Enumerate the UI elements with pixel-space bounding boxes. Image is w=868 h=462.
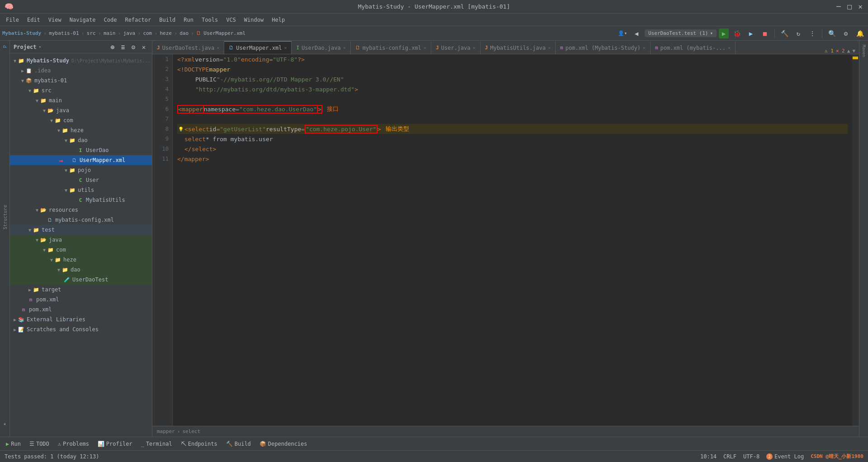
profiler-tool-button[interactable]: 📊 Profiler [94, 439, 136, 448]
menu-vcs[interactable]: VCS [222, 15, 240, 24]
tab-mybatisutils[interactable]: J MybatisUtils.java ✕ [481, 41, 556, 54]
tree-item-java-test[interactable]: ▼ 📂 java [10, 235, 152, 245]
tree-item-userdaotest[interactable]: 🧪 UserDaoTest [10, 275, 152, 285]
menu-help[interactable]: Help [268, 15, 288, 24]
favorites-tab-icon[interactable]: ★ [1, 419, 9, 428]
tree-item-com[interactable]: ▼ 📁 com [10, 115, 152, 125]
terminal-tool-button[interactable]: _ Terminal [137, 439, 176, 448]
tree-item-module[interactable]: ▼ 📦 mybatis-01 [10, 76, 152, 86]
dependencies-tool-button[interactable]: 📦 Dependencies [256, 439, 311, 448]
tree-item-mybatisutils[interactable]: C MybatisUtils [10, 195, 152, 205]
tab-pom2[interactable]: m pom.xml (mybatis-... ✕ [651, 41, 736, 54]
tab-userdao[interactable]: I UserDao.java ✕ [292, 41, 350, 54]
filter-button[interactable]: ⚙ [129, 43, 138, 52]
tab-close-pom2[interactable]: ✕ [728, 45, 731, 50]
structure-tab-icon[interactable]: Structure [1, 213, 9, 221]
menu-code[interactable]: Code [100, 15, 121, 24]
build-button[interactable]: 🔨 [778, 28, 790, 39]
menu-navigate[interactable]: Navigate [66, 15, 99, 24]
endpoints-tool-button[interactable]: ⛏ Endpoints [177, 439, 221, 448]
tree-item-extlibs[interactable]: ▶ 📚 External Libraries [10, 314, 152, 324]
sync-button[interactable]: ↻ [793, 28, 804, 39]
coverage-button[interactable]: ▶ [745, 28, 757, 39]
tree-item-test[interactable]: ▼ 📁 test [10, 225, 152, 235]
stop-button[interactable]: ■ [759, 28, 771, 39]
tree-item-scratches[interactable]: ▶ 📝 Scratches and Consoles [10, 324, 152, 334]
menu-edit[interactable]: Edit [24, 15, 44, 24]
search-button[interactable]: 🔍 [826, 28, 838, 39]
tree-item-resources[interactable]: ▼ 📂 resources [10, 205, 152, 215]
tree-item-mybatisconfig[interactable]: 🗋 mybatis-config.xml [10, 215, 152, 225]
minimize-button[interactable]: ─ [835, 4, 842, 10]
tree-item-utils[interactable]: ▼ 📁 utils [10, 185, 152, 195]
tree-item-heze[interactable]: ▼ 📁 heze [10, 125, 152, 135]
locate-button[interactable]: ⊕ [108, 43, 117, 52]
code-editor[interactable]: 1 2 3 4 5 6 7 8 9 10 11 <?xml version = … [152, 54, 859, 426]
notifications-button[interactable]: 🔔 [854, 28, 866, 39]
menu-view[interactable]: View [45, 15, 65, 24]
menu-file[interactable]: File [2, 15, 23, 24]
event-log[interactable]: 2 Event Log [766, 453, 804, 460]
tab-close-mybatisconfig[interactable]: ✕ [424, 45, 426, 50]
tab-close-userdao[interactable]: ✕ [343, 45, 346, 50]
problems-tool-button[interactable]: ⚠ Problems [54, 439, 93, 448]
java-icon: J [157, 45, 160, 51]
tree-item-user[interactable]: C User [10, 175, 152, 185]
profile-button[interactable]: 👤▾ [617, 28, 628, 39]
tree-item-idea[interactable]: ▶ 📋 .idea [10, 66, 152, 76]
tree-item-src[interactable]: ▼ 📁 src [10, 86, 152, 95]
menu-refactor[interactable]: Refactor [121, 15, 155, 24]
menu-window[interactable]: Window [241, 15, 267, 24]
tab-close-usermapper[interactable]: ✕ [284, 45, 287, 50]
close-sidebar-button[interactable]: ✕ [139, 43, 148, 52]
tab-close-userdaotest[interactable]: ✕ [217, 45, 219, 50]
tree-item-dao[interactable]: ▼ 📁 dao [10, 135, 152, 145]
run-config-selector[interactable]: UserDaoTest.test (1) ▾ [645, 29, 717, 37]
tab-pom1[interactable]: m pom.xml (Mybatis-Study) ✕ [556, 41, 651, 54]
todo-tool-button[interactable]: ☰ TODO [26, 439, 53, 448]
tree-item-usermapper[interactable]: → 🗋 UserMapper.xml [10, 155, 152, 165]
build-tool-button[interactable]: 🔨 Build [222, 439, 255, 448]
module-icon: 📦 [25, 77, 33, 84]
tab-close-pom1[interactable]: ✕ [643, 45, 646, 50]
tree-item-target[interactable]: ▶ 📁 target [10, 285, 152, 295]
settings-button[interactable]: ⚙ [840, 28, 852, 39]
tree-item-pom1[interactable]: m pom.xml [10, 295, 152, 305]
menu-tools[interactable]: Tools [198, 15, 222, 24]
tab-user[interactable]: J User.java ✕ [431, 41, 481, 54]
sidebar-dropdown[interactable]: ▾ [39, 44, 42, 49]
maven-tab[interactable]: Maven [861, 43, 867, 59]
tab-usermapper[interactable]: 🗋 UserMapper.xml ✕ [224, 41, 292, 54]
back-button[interactable]: ◀ [631, 28, 642, 39]
tree-item-java[interactable]: ▼ 📂 java [10, 105, 152, 115]
tree-label-utils: utils [78, 187, 94, 193]
tree-label-java: java [56, 107, 69, 114]
run-tool-button[interactable]: ▶ Run [2, 439, 24, 448]
close-button[interactable]: ✕ [857, 4, 863, 10]
project-tab-icon[interactable]: P [1, 43, 9, 51]
tree-item-pom2[interactable]: m pom.xml [10, 305, 152, 314]
maximize-button[interactable]: □ [846, 4, 853, 10]
tab-scroll-down[interactable]: ▼ [852, 48, 855, 54]
collapse-button[interactable]: ≡ [118, 43, 127, 52]
tab-close-mybatisutils[interactable]: ✕ [548, 45, 551, 50]
tree-item-heze-test[interactable]: ▼ 📁 heze [10, 255, 152, 265]
tree-item-pojo[interactable]: ▼ 📁 pojo [10, 165, 152, 175]
menu-build[interactable]: Build [156, 15, 179, 24]
debug-button[interactable]: 🐞 [731, 28, 743, 39]
tab-userdaotest[interactable]: J UserDaoTest.java ✕ [152, 41, 224, 54]
mybatis-tab-icon: 🗋 [355, 45, 360, 51]
line-num-4: 4 [165, 84, 169, 94]
run-button[interactable]: ▶ [719, 29, 729, 38]
tree-item-com-test[interactable]: ▼ 📁 com [10, 245, 152, 255]
menu-run[interactable]: Run [180, 15, 197, 24]
tab-close-user[interactable]: ✕ [473, 45, 476, 50]
tree-item-main[interactable]: ▼ 📁 main [10, 95, 152, 105]
tree-item-root[interactable]: ▼ 📁 Mybatis-Study D:\Project\Mybatis\Myb… [10, 56, 152, 66]
tab-scroll-up[interactable]: ▲ [847, 48, 850, 54]
code-content[interactable]: <?xml version = "1.0" encoding = "UTF-8"… [173, 54, 852, 426]
tree-item-userdao[interactable]: I UserDao [10, 145, 152, 155]
tree-item-dao-test[interactable]: ▼ 📁 dao [10, 265, 152, 275]
tab-mybatisconfig[interactable]: 🗋 mybatis-config.xml ✕ [351, 41, 431, 54]
more-run-button[interactable]: ⋮ [807, 28, 818, 39]
